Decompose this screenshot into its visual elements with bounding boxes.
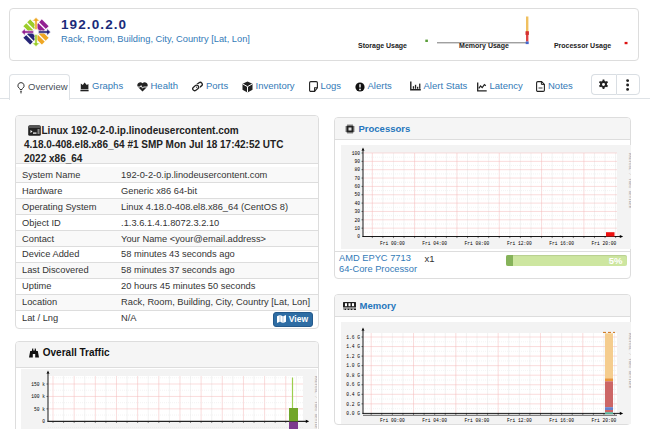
svg-text:Fri 20:00: Fri 20:00 [592,241,617,246]
svg-text:0.4 G: 0.4 G [346,392,360,397]
svg-text:100: 100 [352,151,361,156]
svg-text:1.6 G: 1.6 G [346,335,360,340]
svg-text:RRDTOOL / TOBI OETIKER: RRDTOOL / TOBI OETIKER [628,153,631,209]
svg-text:50: 50 [354,192,360,197]
svg-text:Fri 08:00: Fri 08:00 [465,418,490,423]
svg-text:70: 70 [354,176,360,181]
svg-text:RRDTOOL / TOBI OETIKER: RRDTOOL / TOBI OETIKER [628,333,631,389]
svg-text:30: 30 [354,209,360,214]
svg-text:Fri 00:00: Fri 00:00 [380,418,405,423]
svg-text:80: 80 [354,167,360,172]
svg-text:20: 20 [354,218,360,223]
svg-text:Fri 16:00: Fri 16:00 [549,418,574,423]
svg-text:0.6 G: 0.6 G [346,382,360,387]
svg-text:1.4 G: 1.4 G [346,344,360,349]
svg-text:Fri 16:00: Fri 16:00 [549,241,574,246]
svg-text:100 k: 100 k [31,394,45,399]
svg-text:Fri 12:00: Fri 12:00 [507,418,532,423]
svg-text:10: 10 [354,226,360,231]
svg-text:1.0 G: 1.0 G [346,363,360,368]
svg-text:40: 40 [354,201,360,206]
svg-text:Fri 00:00: Fri 00:00 [380,241,405,246]
svg-text:50 k: 50 k [34,407,45,412]
svg-text:Fri 20:00: Fri 20:00 [592,418,617,423]
svg-text:1.2 G: 1.2 G [346,354,360,359]
svg-text:0.8 G: 0.8 G [346,373,360,378]
svg-text:0: 0 [357,234,360,239]
svg-text:90: 90 [354,159,360,164]
svg-text:0: 0 [42,419,45,424]
svg-text:Fri 04:00: Fri 04:00 [422,418,447,423]
svg-text:Fri 08:00: Fri 08:00 [465,241,490,246]
svg-text:0.0 G: 0.0 G [346,411,360,416]
svg-text:60: 60 [354,184,360,189]
svg-text:Fri 04:00: Fri 04:00 [422,241,447,246]
svg-text:150 k: 150 k [31,382,45,387]
svg-text:RRDTOOL / TOBI OETIKER: RRDTOOL / TOBI OETIKER [314,376,317,429]
svg-text:0.2 G: 0.2 G [346,402,360,407]
svg-text:Fri 12:00: Fri 12:00 [507,241,532,246]
